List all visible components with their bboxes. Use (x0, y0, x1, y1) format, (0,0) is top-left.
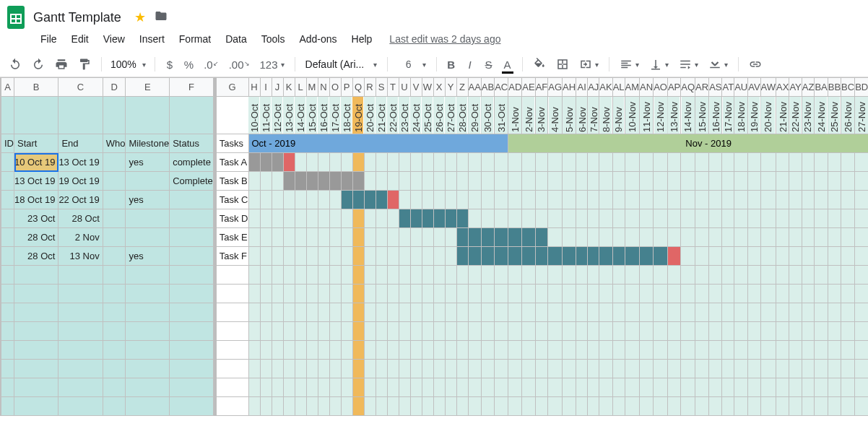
cell[interactable] (445, 266, 456, 285)
cell[interactable] (352, 397, 364, 416)
cell[interactable] (170, 341, 214, 360)
gantt-cell[interactable] (295, 228, 306, 247)
menu-format[interactable]: Format (173, 30, 217, 48)
cell[interactable] (248, 397, 260, 416)
cell[interactable] (588, 397, 599, 416)
cell[interactable] (588, 266, 599, 285)
gantt-cell[interactable] (695, 247, 709, 266)
gantt-cell[interactable] (364, 172, 376, 191)
cell[interactable] (272, 378, 283, 397)
gantt-cell[interactable] (576, 153, 588, 172)
gantt-cell[interactable] (709, 209, 722, 228)
gantt-cell[interactable] (260, 247, 272, 266)
task-who-4[interactable] (103, 228, 126, 247)
gantt-cell[interactable] (272, 172, 283, 191)
cell[interactable] (776, 266, 789, 285)
gantt-cell[interactable] (318, 153, 329, 172)
cell[interactable] (789, 322, 802, 341)
date-4[interactable]: 14-Oct (295, 97, 306, 134)
cell[interactable] (468, 303, 481, 322)
spreadsheet[interactable]: A B C D E F G HIJKLMNOPQRSTUVWXYZAAABACA… (0, 77, 868, 416)
col-AN[interactable]: AN (640, 78, 654, 97)
cell[interactable] (456, 322, 468, 341)
cell[interactable] (681, 285, 695, 303)
cell[interactable] (481, 341, 494, 360)
cell[interactable] (410, 322, 422, 341)
cell[interactable] (352, 341, 364, 360)
cell[interactable] (456, 266, 468, 285)
cell[interactable] (318, 360, 329, 378)
cell[interactable] (387, 360, 399, 378)
cell[interactable] (495, 397, 508, 416)
gantt-cell[interactable] (522, 191, 535, 209)
cell[interactable] (283, 266, 295, 285)
text-color-button[interactable]: A (499, 55, 516, 74)
gantt-cell[interactable] (734, 209, 748, 228)
gantt-cell[interactable] (748, 153, 760, 172)
cell[interactable] (855, 341, 868, 360)
cell[interactable] (341, 378, 352, 397)
cell[interactable] (734, 303, 748, 322)
cell[interactable] (612, 322, 625, 341)
cell[interactable] (170, 97, 214, 134)
gantt-cell[interactable] (260, 172, 272, 191)
cell[interactable] (260, 341, 272, 360)
cell[interactable] (841, 285, 855, 303)
cell[interactable] (215, 378, 248, 397)
gantt-cell[interactable] (535, 209, 548, 228)
gantt-cell[interactable] (306, 247, 318, 266)
date-47[interactable]: 26-Nov (841, 97, 855, 134)
gantt-cell[interactable] (695, 191, 709, 209)
gantt-cell[interactable] (599, 247, 612, 266)
cell[interactable] (433, 266, 445, 285)
cell[interactable] (815, 266, 828, 285)
cell[interactable] (410, 266, 422, 285)
cell[interactable] (126, 97, 170, 134)
cell[interactable] (445, 303, 456, 322)
cell[interactable] (855, 397, 868, 416)
cell[interactable] (640, 266, 654, 285)
gantt-cell[interactable] (445, 247, 456, 266)
cell[interactable] (576, 303, 588, 322)
task-start-5[interactable]: 28 Oct (14, 247, 58, 266)
cell[interactable] (456, 378, 468, 397)
task-start-3[interactable]: 23 Oct (14, 209, 58, 228)
hdr-start[interactable]: Start (14, 134, 58, 153)
cell[interactable] (170, 285, 214, 303)
cell[interactable] (58, 97, 103, 134)
cell[interactable] (14, 285, 58, 303)
gantt-cell[interactable] (776, 191, 789, 209)
cell[interactable] (170, 303, 214, 322)
gantt-cell[interactable] (841, 247, 855, 266)
cell[interactable] (376, 303, 387, 322)
date-5[interactable]: 15-Oct (306, 97, 318, 134)
cell[interactable] (215, 322, 248, 341)
gantt-cell[interactable] (588, 172, 599, 191)
gantt-cell[interactable] (841, 153, 855, 172)
task-who-0[interactable] (103, 153, 126, 172)
cell[interactable] (341, 303, 352, 322)
gantt-cell[interactable] (722, 191, 734, 209)
cell[interactable] (1, 228, 14, 247)
gantt-cell[interactable] (667, 247, 680, 266)
date-40[interactable]: 19-Nov (748, 97, 760, 134)
gantt-cell[interactable] (548, 209, 563, 228)
gantt-cell[interactable] (748, 172, 760, 191)
gantt-cell[interactable] (376, 209, 387, 228)
cell[interactable] (1, 266, 14, 285)
cell[interactable] (625, 266, 640, 285)
gantt-cell[interactable] (260, 209, 272, 228)
gantt-cell[interactable] (815, 228, 828, 247)
gantt-cell[interactable] (422, 153, 433, 172)
cell[interactable] (576, 341, 588, 360)
col-K[interactable]: K (283, 78, 295, 97)
gantt-cell[interactable] (802, 153, 815, 172)
gantt-cell[interactable] (612, 247, 625, 266)
gantt-cell[interactable] (625, 191, 640, 209)
cell[interactable] (468, 397, 481, 416)
gantt-cell[interactable] (695, 153, 709, 172)
cell[interactable] (318, 285, 329, 303)
cell[interactable] (295, 303, 306, 322)
gantt-cell[interactable] (306, 191, 318, 209)
gantt-cell[interactable] (802, 247, 815, 266)
